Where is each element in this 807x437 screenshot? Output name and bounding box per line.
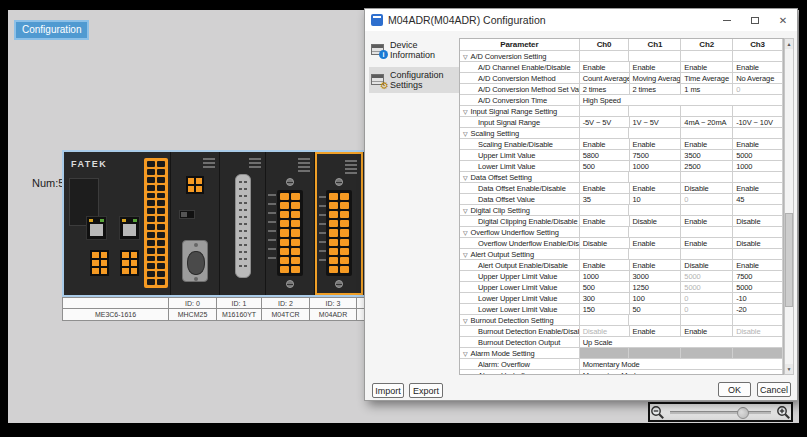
value-cell[interactable] [629, 205, 681, 216]
value-cell[interactable] [580, 172, 630, 183]
value-cell[interactable]: Enable [681, 216, 733, 227]
parameter-row[interactable]: A/D Conversion MethodCount AverageMoving… [460, 73, 783, 84]
value-cell[interactable]: Enable [580, 216, 630, 227]
parameter-row[interactable]: Lower Lower Limit Value150500-20 [460, 304, 783, 315]
value-cell[interactable] [733, 205, 783, 216]
value-cell[interactable] [733, 128, 783, 139]
value-cell[interactable]: Time Average [681, 73, 733, 84]
value-cell[interactable]: Enable [681, 139, 733, 150]
tab-configuration[interactable]: Configuration [14, 20, 89, 40]
value-cell-span[interactable]: Momentary Mode [580, 359, 783, 370]
collapse-icon[interactable]: ▽ [463, 229, 468, 236]
value-cell[interactable] [629, 106, 681, 117]
value-cell[interactable]: Disable [580, 238, 630, 249]
value-cell[interactable] [681, 106, 733, 117]
parameter-row[interactable]: Scaling Enable/DisableEnableEnableEnable… [460, 139, 783, 150]
value-cell[interactable]: Enable [733, 260, 783, 271]
value-cell[interactable]: -20 [733, 304, 783, 315]
plc-device-strip[interactable]: FATEK [62, 150, 367, 297]
value-cell[interactable] [733, 249, 783, 260]
value-cell[interactable] [629, 315, 681, 326]
value-cell[interactable]: Disable [733, 326, 783, 337]
value-cell[interactable]: Enable [630, 260, 682, 271]
sidebar-item-configuration-settings[interactable]: ⚙ Configuration Settings [369, 67, 459, 93]
module-mhcm25[interactable] [171, 152, 220, 295]
value-cell[interactable]: 3000 [630, 271, 682, 282]
section-row[interactable]: ▽Burnout Detection Setting [460, 315, 783, 326]
section-row[interactable]: ▽Overflow Underflow Setting [460, 227, 783, 238]
value-cell[interactable]: -10V ~ 10V [733, 117, 783, 128]
value-cell[interactable]: Enable [580, 139, 630, 150]
collapse-icon[interactable]: ▽ [463, 108, 468, 115]
maximize-button[interactable] [741, 9, 769, 31]
value-cell[interactable]: 45 [733, 194, 783, 205]
value-cell[interactable]: Count Average [580, 73, 630, 84]
value-cell[interactable]: Enable [580, 183, 630, 194]
value-cell[interactable] [681, 249, 733, 260]
value-cell[interactable]: Enable [733, 62, 783, 73]
value-cell[interactable] [580, 315, 630, 326]
value-cell[interactable]: Enable [630, 183, 682, 194]
minimize-button[interactable] [713, 9, 741, 31]
value-cell[interactable] [733, 227, 783, 238]
value-cell[interactable]: 1250 [630, 282, 682, 293]
value-cell[interactable]: No Average [733, 73, 783, 84]
section-row[interactable]: ▽Alert Output Setting [460, 249, 783, 260]
value-cell[interactable]: 1 ms [681, 84, 733, 95]
value-cell[interactable]: Disable [733, 216, 783, 227]
value-cell[interactable]: 35 [580, 194, 630, 205]
parameter-row[interactable]: A/D Conversion Method Set Value2 times2 … [460, 84, 783, 95]
value-cell[interactable] [580, 205, 630, 216]
parameter-row[interactable]: Burnout Detection Enable/DisableDisableE… [460, 326, 783, 337]
value-cell[interactable] [629, 249, 681, 260]
value-cell[interactable]: Disable [580, 326, 630, 337]
collapse-icon[interactable]: ▽ [463, 207, 468, 214]
value-cell[interactable]: 7500 [733, 271, 783, 282]
value-cell[interactable]: Enable [681, 326, 733, 337]
zoom-slider-track[interactable] [670, 411, 771, 414]
zoom-in-icon[interactable] [776, 405, 791, 420]
value-cell[interactable] [681, 315, 733, 326]
value-cell[interactable]: 4mA ~ 20mA [681, 117, 733, 128]
value-cell[interactable] [629, 51, 681, 62]
value-cell[interactable]: 0 [681, 304, 733, 315]
parameter-row[interactable]: Data Offset Enable/DisableEnableEnableDi… [460, 183, 783, 194]
collapse-icon[interactable]: ▽ [463, 317, 468, 324]
parameter-row[interactable]: Upper Lower Limit Value500125050005000 [460, 282, 783, 293]
parameter-row[interactable]: Digital Clipping Enable/DisableEnableDis… [460, 216, 783, 227]
value-cell[interactable]: 10 [630, 194, 682, 205]
zoom-control[interactable] [648, 402, 793, 422]
value-cell[interactable] [580, 51, 630, 62]
value-cell[interactable]: Enable [733, 183, 783, 194]
value-cell[interactable]: 1000 [733, 161, 783, 172]
zoom-out-icon[interactable] [650, 405, 665, 420]
dialog-titlebar[interactable]: M04ADR(M04ADR) Configuration ✕ [365, 9, 797, 31]
parameter-row[interactable]: Input Signal Range-5V ~ 5V1V ~ 5V4mA ~ 2… [460, 117, 783, 128]
value-cell[interactable]: 300 [580, 293, 630, 304]
collapse-icon[interactable]: ▽ [463, 251, 468, 258]
module-m04adr-selected[interactable] [315, 152, 363, 295]
sidebar-item-device-information[interactable]: i Device Information [369, 37, 459, 63]
collapse-icon[interactable]: ▽ [463, 53, 468, 60]
value-cell[interactable] [733, 172, 783, 183]
value-cell[interactable] [681, 172, 733, 183]
module-cpu-me3c6-1616[interactable]: FATEK [64, 152, 171, 295]
scroll-down-icon[interactable]: ▼ [785, 364, 793, 374]
value-cell[interactable]: Enable [630, 62, 682, 73]
collapse-icon[interactable]: ▽ [463, 130, 468, 137]
value-cell[interactable] [629, 348, 681, 359]
cancel-button[interactable]: Cancel [757, 382, 791, 397]
value-cell[interactable] [580, 106, 630, 117]
collapse-icon[interactable]: ▽ [463, 350, 468, 357]
value-cell[interactable] [733, 106, 783, 117]
value-cell[interactable]: 0 [681, 293, 733, 304]
value-cell-span[interactable]: Up Scale [580, 337, 783, 348]
ok-button[interactable]: OK [718, 382, 751, 397]
value-cell[interactable]: 5000 [733, 282, 783, 293]
value-cell[interactable]: 0 [681, 194, 733, 205]
value-cell[interactable] [681, 51, 733, 62]
value-cell[interactable] [629, 227, 681, 238]
value-cell[interactable] [733, 315, 783, 326]
value-cell[interactable] [580, 249, 630, 260]
value-cell[interactable]: Enable [630, 238, 682, 249]
